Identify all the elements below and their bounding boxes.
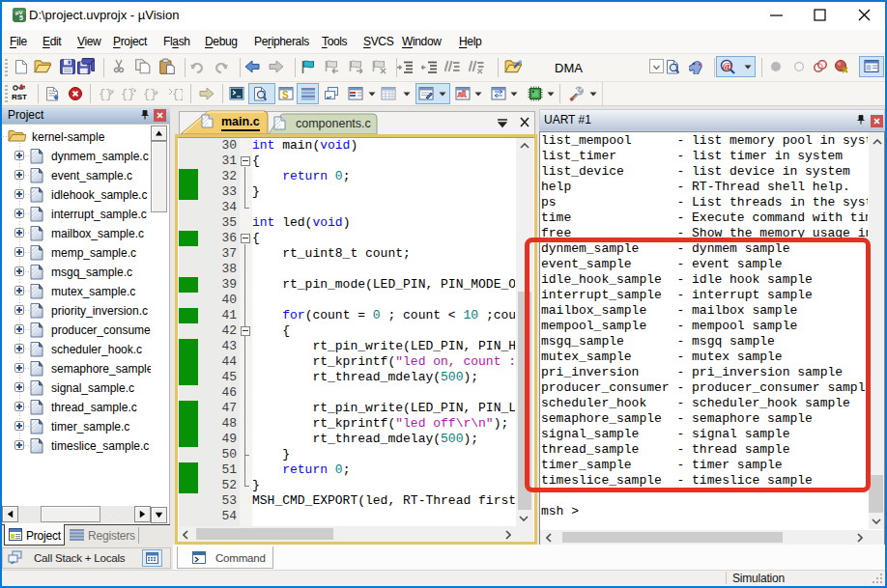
svg-text:S: S	[282, 90, 289, 100]
svg-text:RST: RST	[12, 93, 27, 99]
svg-text:{}: {}	[172, 88, 183, 101]
svg-text:{}: {}	[121, 88, 134, 101]
svg-text:{}: {}	[143, 88, 157, 101]
svg-text:5: 5	[19, 14, 23, 21]
